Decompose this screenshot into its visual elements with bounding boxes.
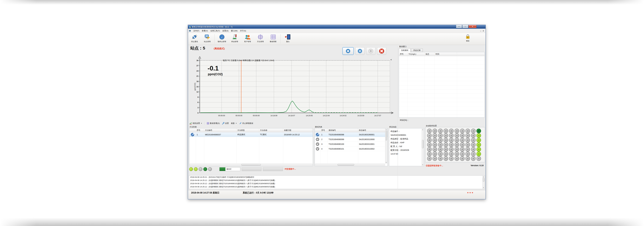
toolbar-button-data-view[interactable]: 数据查看 [267, 33, 280, 45]
sampler-vial[interactable] [432, 147, 437, 152]
tab-history[interactable]: 历史记录 [411, 49, 423, 52]
menu-item-settings[interactable]: 设置(S) [221, 29, 230, 33]
menu-item-view[interactable]: 查看(V) [200, 29, 209, 33]
table-row[interactable]: 2TS201804080099SA201803310000 [315, 137, 388, 142]
column-header[interactable]: 测试编号 [328, 128, 358, 132]
column-header[interactable]: 序号 [399, 52, 408, 56]
column-header[interactable]: 方法名称 [259, 128, 283, 132]
sampler-vial[interactable] [476, 142, 481, 147]
sampler-vial[interactable] [460, 147, 464, 152]
minimize-button[interactable]: — [456, 25, 462, 28]
sampler-vial[interactable] [438, 138, 443, 142]
toolbar-button-method-manage[interactable]: 方法管理 [254, 33, 267, 45]
sampler-vial[interactable] [471, 142, 476, 147]
sampler-vial[interactable] [454, 142, 459, 147]
sampler-vial[interactable] [427, 152, 432, 156]
sampler-vial[interactable] [471, 138, 476, 142]
column-header[interactable]: 方法类型 [236, 128, 259, 132]
sampler-vial[interactable] [476, 152, 481, 156]
table-row[interactable]: 4TS201804080101SA201803310002 [315, 146, 388, 151]
sampler-vial[interactable] [466, 133, 470, 138]
sampler-vial[interactable] [454, 147, 459, 152]
sampler-vial[interactable] [432, 138, 437, 142]
sampler-vial[interactable] [438, 142, 443, 147]
sampler-vial[interactable] [476, 133, 481, 138]
sampler-vial[interactable] [427, 147, 432, 152]
sampler-vial[interactable] [444, 142, 448, 147]
sampler-vial[interactable] [432, 152, 437, 156]
lock-button[interactable]: 锁定 [463, 33, 473, 45]
sampler-vial[interactable] [449, 129, 454, 133]
column-header[interactable]: 方法编号 [204, 128, 236, 132]
sampler-vial[interactable] [454, 138, 459, 142]
column-header[interactable]: 状态 [424, 52, 435, 56]
sampler-vial[interactable] [444, 156, 448, 161]
column-header[interactable]: 序号 [320, 128, 328, 132]
menu-item-window[interactable]: 窗口(W) [230, 29, 239, 33]
sampler-vial[interactable] [466, 156, 470, 161]
close-button[interactable]: ✕ [468, 25, 476, 28]
sampler-vial[interactable] [466, 147, 470, 152]
sampler-vial[interactable] [449, 152, 454, 156]
sampler-vial[interactable] [449, 133, 454, 138]
sampler-vial[interactable] [432, 142, 437, 147]
sampler-vial[interactable] [427, 156, 432, 161]
method-list-hscrollbar[interactable] [190, 164, 312, 166]
sampler-vial[interactable] [427, 138, 432, 142]
sampler-vial[interactable] [427, 129, 432, 133]
chart-toolbar-settings[interactable]: 设置 [222, 122, 229, 125]
title-bar[interactable]: 泰林总有机碳分析系统软件[zt.by.h照例] - [站点：5] — □ ✕ [188, 25, 486, 29]
log-vscrollbar[interactable]: ▲▼ [482, 176, 484, 189]
sampler-vial[interactable] [432, 156, 437, 161]
sampler-vial[interactable] [438, 152, 443, 156]
sampler-vial[interactable] [460, 129, 464, 133]
toolbar-button-customer-manage[interactable]: 客户管理 [241, 33, 254, 45]
test-list-hscrollbar[interactable] [315, 164, 385, 166]
sampler-vial[interactable] [438, 133, 443, 138]
sampler-vial[interactable] [471, 152, 476, 156]
column-header[interactable]: 样品编号 [358, 128, 385, 132]
column-header[interactable]: 序号 [196, 128, 204, 132]
chart-toolbar-stop-fetch[interactable]: 停止获取数据 [239, 122, 253, 125]
toolbar-button-stop-comm[interactable]: 停止通讯 [188, 33, 201, 45]
column-header[interactable]: 创建日期 [283, 128, 312, 132]
sampler-vial[interactable] [438, 156, 443, 161]
mdi-minimize-icon[interactable]: – [480, 30, 481, 32]
sampler-vial[interactable] [438, 129, 443, 133]
chart-toolbar-linear-settings[interactable]: 线性设置▼ [190, 122, 202, 125]
sampler-vial[interactable] [444, 147, 448, 152]
sampler-vial[interactable] [449, 147, 454, 152]
maximize-button[interactable]: □ [462, 25, 468, 28]
sampler-vial[interactable] [476, 138, 481, 142]
toolbar-button-sampling-point-manage[interactable]: i取样点管理 [216, 33, 228, 45]
data-window-table[interactable]: 序号TC(mg/L)状态时间 [399, 52, 485, 118]
test-list-vscrollbar[interactable]: ▲▼ [385, 129, 387, 163]
sampler-vial[interactable] [466, 152, 470, 156]
sampler-vial[interactable] [471, 156, 476, 161]
sampler-vial[interactable] [466, 129, 470, 133]
toolbar-button-station-manage[interactable]: 站点管理 [201, 33, 214, 45]
sampler-vial[interactable] [454, 129, 459, 133]
sampler-vial[interactable] [427, 142, 432, 147]
chart-toolbar-data-view[interactable]: 数据查看(D) [207, 122, 220, 125]
tab-current-test[interactable]: 当前测试 [399, 48, 410, 52]
sampler-vial[interactable] [460, 142, 464, 147]
sampler-vial[interactable] [444, 138, 448, 142]
sampler-vial[interactable] [454, 156, 459, 161]
menu-item-about[interactable]: 关于(A) [239, 29, 247, 33]
method-list-table[interactable]: 序号方法编号方法类型方法名称创建日期 1ME201804080037样品测试TC… [189, 128, 313, 166]
sampler-vial[interactable] [449, 156, 454, 161]
chart-toolbar-refresh[interactable]: 刷新▼ [231, 122, 237, 125]
log-area[interactable]: 2018-04-08 14:25:21：[5/02411706]方法操作 方法[… [189, 175, 485, 189]
sampler-vial[interactable] [471, 129, 476, 133]
sampler-vial[interactable] [460, 156, 464, 161]
sampler-vial[interactable] [444, 152, 448, 156]
toolbar-button-exit[interactable]: 退出 [282, 33, 294, 45]
sampler-vial[interactable] [476, 156, 481, 161]
test-list-table[interactable]: 序号测试编号样品编号 ▲▼ 1TS201804080098SA201803280… [314, 128, 388, 166]
table-row[interactable]: 1TS201804080098SA201803280001 [315, 132, 388, 137]
sample-info-vscrollbar[interactable]: ▲▼ [422, 129, 424, 166]
table-row[interactable]: 1ME201804080037样品测试TC测试2018/4/8 14:25:12 [189, 132, 313, 137]
sampler-vial[interactable] [471, 147, 476, 152]
sampler-vial[interactable] [466, 142, 470, 147]
